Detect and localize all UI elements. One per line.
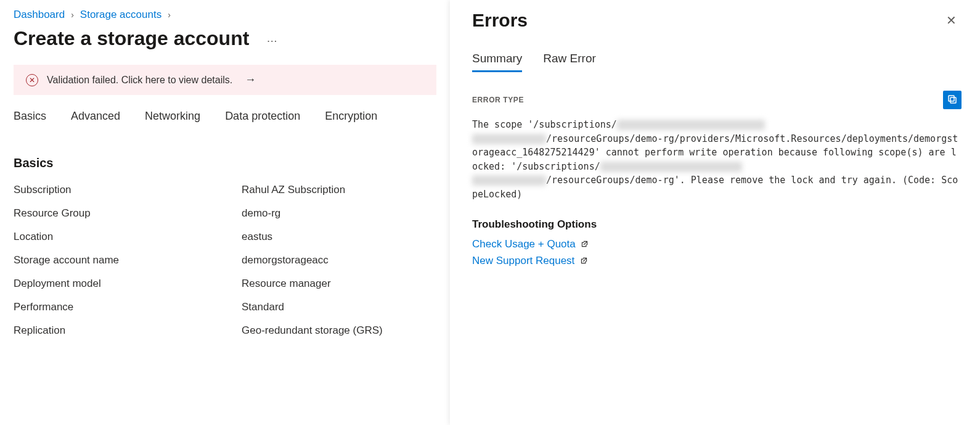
link-row: Check Usage + Quota — [472, 238, 962, 251]
value-replication: Geo-redundant storage (GRS) — [242, 324, 436, 337]
svg-rect-0 — [950, 97, 956, 103]
breadcrumb: Dashboard › Storage accounts › — [14, 9, 436, 21]
redacted-text — [472, 134, 546, 144]
label-deployment-model: Deployment model — [14, 278, 242, 290]
tab-raw-error[interactable]: Raw Error — [543, 52, 596, 72]
more-actions-button[interactable]: … — [264, 32, 280, 45]
errors-panel-title: Errors — [472, 10, 528, 31]
error-message: The scope '/subscriptions//resourceGroup… — [472, 118, 962, 201]
page-title-row: Create a storage account … — [14, 27, 436, 50]
wizard-tabs: Basics Advanced Networking Data protecti… — [14, 110, 436, 126]
close-icon: ✕ — [946, 14, 957, 27]
label-resource-group: Resource Group — [14, 207, 242, 220]
label-subscription: Subscription — [14, 184, 242, 196]
error-icon: ✕ — [26, 74, 38, 86]
copy-icon — [947, 94, 958, 107]
redacted-text — [600, 162, 742, 172]
tab-encryption[interactable]: Encryption — [325, 110, 377, 126]
external-link-icon — [581, 239, 589, 251]
check-usage-quota-link[interactable]: Check Usage + Quota — [472, 238, 576, 250]
errors-panel: Errors ✕ Summary Raw Error ERROR TYPE Th… — [450, 0, 980, 425]
errors-panel-header: Errors ✕ — [472, 10, 962, 31]
breadcrumb-item-dashboard[interactable]: Dashboard — [14, 9, 65, 21]
breadcrumb-item-storage-accounts[interactable]: Storage accounts — [80, 9, 161, 21]
label-performance: Performance — [14, 301, 242, 313]
label-location: Location — [14, 231, 242, 243]
label-storage-account-name: Storage account name — [14, 254, 242, 266]
error-type-label: ERROR TYPE — [472, 96, 524, 104]
validation-error-text: Validation failed. Click here to view de… — [47, 75, 232, 86]
section-heading-basics: Basics — [14, 156, 436, 170]
tab-networking[interactable]: Networking — [145, 110, 200, 126]
external-link-icon — [580, 255, 588, 268]
value-subscription: Rahul AZ Subscription — [242, 184, 436, 196]
value-deployment-model: Resource manager — [242, 278, 436, 290]
troubleshooting-heading: Troubleshooting Options — [472, 218, 962, 231]
tab-summary[interactable]: Summary — [472, 52, 522, 72]
value-storage-account-name: demorgstorageacc — [242, 254, 436, 266]
arrow-right-icon: → — [245, 73, 256, 86]
tab-basics[interactable]: Basics — [14, 110, 46, 126]
error-type-row: ERROR TYPE — [472, 91, 962, 109]
tab-data-protection[interactable]: Data protection — [225, 110, 300, 126]
redacted-text — [472, 175, 546, 186]
errors-panel-tabs: Summary Raw Error — [472, 52, 962, 72]
chevron-right-icon: › — [71, 10, 74, 20]
svg-rect-1 — [949, 96, 954, 101]
close-button[interactable]: ✕ — [941, 12, 962, 29]
main-content: Dashboard › Storage accounts › Create a … — [0, 0, 450, 425]
error-text-part1: The scope '/subscriptions/ — [472, 119, 617, 130]
chevron-right-icon: › — [168, 10, 171, 20]
copy-button[interactable] — [943, 91, 962, 109]
link-row: New Support Request — [472, 255, 962, 268]
redacted-text — [617, 120, 765, 130]
value-resource-group: demo-rg — [242, 207, 436, 220]
validation-error-banner[interactable]: ✕ Validation failed. Click here to view … — [14, 65, 436, 95]
value-performance: Standard — [242, 301, 436, 313]
new-support-request-link[interactable]: New Support Request — [472, 255, 574, 266]
tab-advanced[interactable]: Advanced — [71, 110, 120, 126]
page-title: Create a storage account — [14, 27, 249, 50]
basics-summary-grid: Subscription Rahul AZ Subscription Resou… — [14, 184, 436, 337]
label-replication: Replication — [14, 324, 242, 337]
value-location: eastus — [242, 231, 436, 243]
